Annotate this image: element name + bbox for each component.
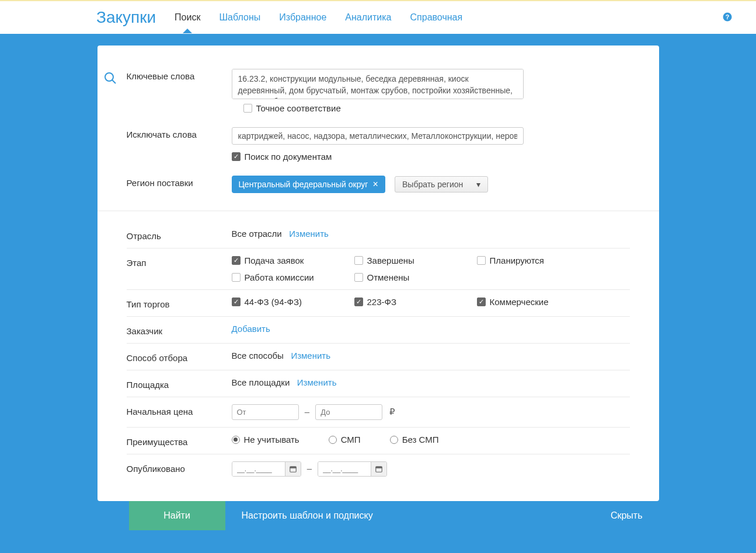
published-label: Опубликовано (127, 461, 232, 477)
industry-value: Все отрасли (232, 229, 282, 239)
benefits-opt-2: Без СМП (402, 435, 439, 444)
nav-analytics[interactable]: Аналитика (345, 3, 391, 32)
tt-opt-2: Коммерческие (490, 297, 549, 307)
region-tag-close-icon[interactable]: × (372, 179, 378, 190)
customer-label: Заказчик (127, 324, 232, 336)
trade-type-label: Тип торгов (127, 297, 232, 309)
benefits-no-smp-radio[interactable] (390, 436, 398, 444)
price-from-input[interactable] (232, 404, 299, 420)
exact-match-label: Точное соответствие (256, 103, 341, 113)
stage-planned-checkbox[interactable] (477, 256, 486, 265)
method-label: Способ отбора (127, 351, 232, 363)
region-label: Регион поставки (127, 176, 232, 193)
region-dropdown-label: Выбрать регион (402, 180, 463, 189)
price-sep: – (305, 407, 309, 416)
help-icon[interactable]: ? (722, 12, 733, 24)
tt-opt-1: 223-ФЗ (367, 297, 397, 307)
calendar-from-icon[interactable] (285, 462, 301, 476)
tt-223fz-checkbox[interactable] (354, 298, 363, 306)
stage-opt-2: Планируются (490, 256, 544, 265)
region-dropdown[interactable]: Выбрать регион ▾ (395, 176, 488, 192)
currency-label: ₽ (389, 407, 395, 416)
svg-point-2 (105, 73, 113, 81)
exact-match-checkbox[interactable] (243, 104, 252, 113)
published-from-input[interactable] (232, 462, 285, 476)
nav-reference[interactable]: Справочная (410, 3, 463, 32)
platform-value: Все площадки (232, 377, 290, 387)
stage-opt-4: Отменены (367, 272, 410, 282)
chevron-down-icon: ▾ (476, 180, 480, 189)
find-button[interactable]: Найти (129, 501, 225, 530)
customer-add-link[interactable]: Добавить (232, 324, 270, 334)
benefits-smp-radio[interactable] (329, 436, 337, 444)
doc-search-label: Поиск по документам (245, 152, 332, 162)
hide-button[interactable]: Скрыть (594, 501, 659, 530)
price-label: Начальная цена (127, 404, 232, 420)
stage-opt-1: Завершены (367, 256, 414, 265)
benefits-opt-1: СМП (341, 435, 361, 444)
svg-text:?: ? (726, 13, 729, 20)
tt-opt-0: 44-ФЗ (94-ФЗ) (245, 297, 302, 307)
svg-rect-5 (290, 467, 296, 468)
keywords-label: Ключевые слова (127, 69, 232, 113)
search-icon (103, 69, 127, 113)
stage-opt-3: Работа комиссии (245, 272, 314, 282)
nav-templates[interactable]: Шаблоны (219, 3, 260, 32)
tt-44fz-checkbox[interactable] (232, 298, 241, 306)
exclude-input[interactable] (232, 127, 524, 145)
stage-label: Этап (127, 256, 232, 282)
stage-cancelled-checkbox[interactable] (354, 273, 363, 282)
exclude-label: Исключать слова (127, 127, 232, 162)
svg-line-3 (112, 80, 116, 83)
app-logo: Закупки (96, 8, 156, 27)
stage-completed-checkbox[interactable] (354, 256, 363, 265)
nav-favorites[interactable]: Избранное (279, 3, 326, 32)
benefits-none-radio[interactable] (232, 436, 240, 444)
platform-label: Площадка (127, 377, 232, 390)
calendar-to-icon[interactable] (371, 462, 386, 476)
configure-button[interactable]: Настроить шаблон и подписку (225, 501, 389, 530)
published-to-input[interactable] (318, 462, 371, 476)
stage-submit-checkbox[interactable] (232, 256, 241, 265)
keywords-input[interactable]: 16.23.2, конструкции модульные, беседка … (232, 69, 524, 99)
gear-icon[interactable] (700, 12, 710, 24)
nav-search[interactable]: Поиск (175, 3, 200, 32)
stage-commission-checkbox[interactable] (232, 273, 241, 282)
industry-label: Отрасль (127, 229, 232, 241)
tt-commercial-checkbox[interactable] (477, 298, 486, 306)
benefits-label: Преимущества (127, 435, 232, 447)
method-value: Все способы (232, 351, 284, 360)
region-tag[interactable]: Центральный федеральный округ × (232, 176, 385, 193)
industry-change-link[interactable]: Изменить (289, 229, 329, 239)
region-tag-text: Центральный федеральный округ (239, 180, 368, 189)
benefits-opt-0: Не учитывать (244, 435, 299, 444)
price-to-input[interactable] (315, 404, 382, 420)
stage-opt-0: Подача заявок (245, 256, 304, 265)
method-change-link[interactable]: Изменить (291, 351, 330, 360)
date-sep: – (307, 463, 312, 473)
doc-search-checkbox[interactable] (232, 152, 241, 161)
svg-rect-7 (376, 467, 382, 468)
platform-change-link[interactable]: Изменить (297, 377, 337, 387)
